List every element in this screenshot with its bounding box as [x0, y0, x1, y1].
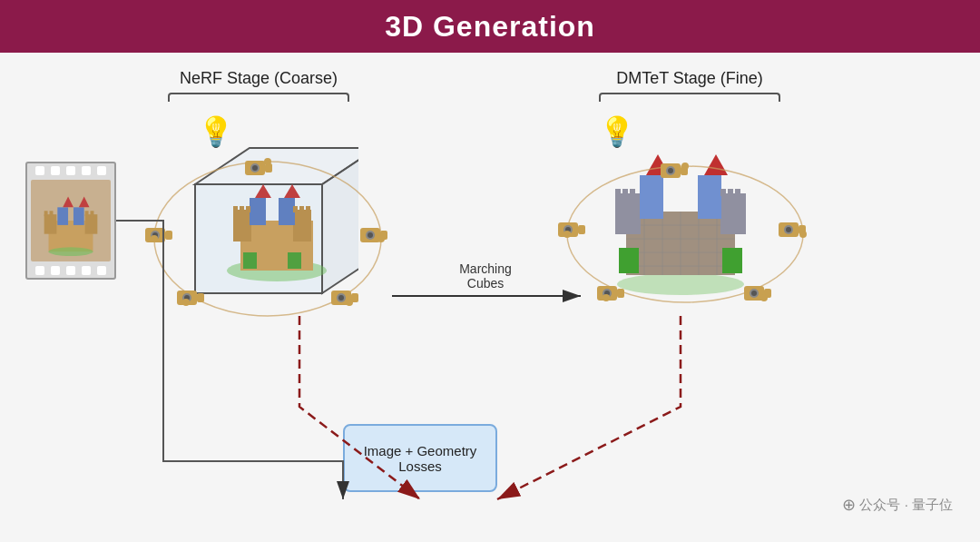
- svg-point-43: [338, 295, 344, 301]
- svg-point-11: [49, 247, 93, 256]
- svg-point-86: [668, 168, 673, 173]
- film-hole: [82, 166, 91, 175]
- svg-point-103: [681, 163, 689, 170]
- losses-box: Image + GeometryLosses: [343, 424, 497, 492]
- svg-rect-45: [197, 293, 204, 302]
- svg-point-90: [786, 227, 791, 232]
- svg-point-82: [567, 166, 803, 302]
- film-hole: [66, 166, 75, 175]
- svg-rect-49: [165, 231, 172, 240]
- film-strip: [25, 162, 116, 280]
- film-hole: [66, 266, 75, 275]
- svg-point-35: [252, 165, 258, 171]
- svg-point-107: [564, 231, 571, 238]
- dmtet-to-losses-arrow: [497, 316, 681, 499]
- svg-rect-4: [74, 207, 84, 225]
- svg-point-56: [151, 235, 158, 242]
- svg-rect-5: [44, 211, 48, 216]
- dmtet-orbit-svg: [554, 134, 817, 325]
- dmtet-brace: [599, 93, 780, 102]
- film-image: [31, 180, 111, 261]
- film-hole: [35, 166, 44, 175]
- film-holes-bottom: [27, 263, 114, 278]
- svg-rect-7: [85, 211, 89, 216]
- svg-rect-3: [57, 207, 68, 225]
- nerf-orbit-svg: [141, 121, 395, 348]
- film-hole: [51, 166, 60, 175]
- losses-label: Image + GeometryLosses: [364, 443, 477, 474]
- svg-point-94: [751, 291, 757, 296]
- marching-cubes-label: MarchingCubes: [445, 261, 526, 291]
- page-title: 3D Generation: [385, 10, 595, 44]
- svg-point-106: [603, 294, 610, 301]
- watermark-icon: ⊕: [842, 495, 856, 515]
- svg-rect-6: [50, 211, 54, 216]
- nerf-stage-label: NeRF Stage (Coarse): [168, 69, 349, 88]
- svg-rect-8: [91, 211, 94, 216]
- watermark: ⊕ 公众号 · 量子位: [842, 495, 953, 515]
- watermark-text: 公众号 · 量子位: [859, 497, 953, 514]
- svg-rect-1: [44, 214, 57, 234]
- svg-point-53: [377, 235, 385, 242]
- svg-point-55: [182, 299, 190, 306]
- svg-marker-9: [63, 197, 74, 208]
- dmtet-stage-label: DMTeT Stage (Fine): [599, 69, 780, 88]
- film-hole: [35, 266, 44, 275]
- svg-point-105: [760, 294, 768, 301]
- film-hole: [51, 266, 60, 275]
- nerf-brace: [168, 93, 349, 102]
- film-hole: [82, 266, 91, 275]
- svg-point-104: [799, 231, 807, 238]
- film-hole: [97, 266, 106, 275]
- svg-marker-10: [79, 197, 90, 208]
- svg-point-52: [264, 158, 271, 165]
- svg-rect-96: [617, 289, 624, 298]
- svg-point-39: [368, 232, 373, 238]
- castle-small-svg: [31, 180, 111, 261]
- svg-rect-100: [578, 225, 585, 234]
- main-content: NeRF Stage (Coarse) DMTeT Stage (Fine) 💡…: [0, 53, 980, 542]
- header: 3D Generation: [0, 0, 980, 53]
- svg-point-54: [346, 299, 353, 306]
- svg-rect-2: [85, 214, 98, 234]
- film-holes-top: [27, 163, 114, 178]
- film-hole: [97, 166, 106, 175]
